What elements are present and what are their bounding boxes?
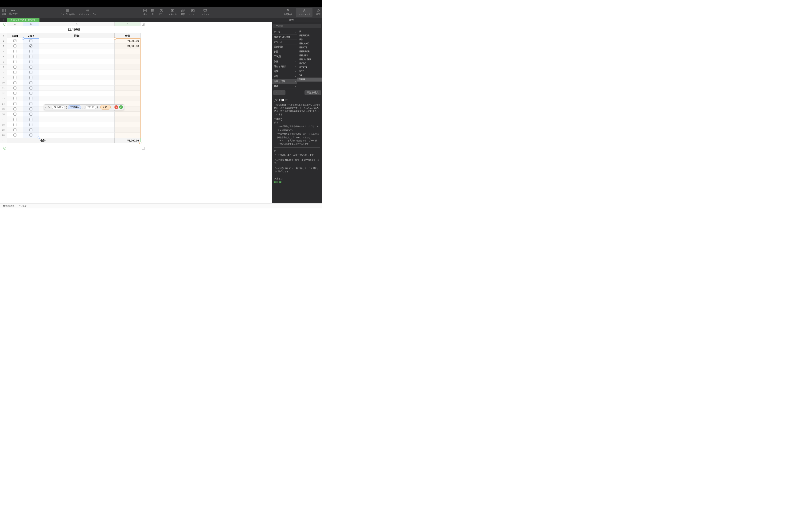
cell-cash[interactable] <box>23 54 39 59</box>
function-item[interactable]: OR <box>297 74 323 77</box>
function-item[interactable]: ISDATE <box>297 46 323 49</box>
cell-card[interactable] <box>7 127 23 133</box>
cell-detail[interactable] <box>39 59 114 64</box>
formula-accept-button[interactable]: ✓ <box>119 105 123 109</box>
checkbox[interactable] <box>29 87 32 90</box>
category-item[interactable]: 最近使った項目▸ <box>272 34 297 40</box>
cell-detail[interactable] <box>39 54 114 59</box>
cell-detail[interactable] <box>39 127 114 133</box>
cell-cash[interactable] <box>23 117 39 122</box>
category-item[interactable]: 財務▸ <box>272 84 297 89</box>
checkbox[interactable] <box>13 50 16 53</box>
checkbox[interactable] <box>29 112 32 116</box>
cell-cash[interactable] <box>23 91 39 96</box>
doc-related-link[interactable]: FALSE <box>274 181 320 184</box>
cell-card[interactable] <box>7 44 23 49</box>
checkbox[interactable] <box>29 92 32 95</box>
function-item[interactable]: ISNUMBER <box>297 58 323 62</box>
cell-cash[interactable] <box>23 80 39 85</box>
function-item[interactable]: ISTEXT <box>297 65 323 70</box>
checkbox[interactable] <box>29 128 32 131</box>
cell-amount[interactable] <box>114 54 140 59</box>
row-header-18[interactable]: 18 <box>0 122 7 127</box>
function-item[interactable]: ISODD <box>297 62 323 65</box>
checkbox[interactable] <box>29 39 32 42</box>
cell-amount[interactable] <box>114 96 140 101</box>
media-button[interactable]: メディア <box>189 9 197 16</box>
row-header-20[interactable]: 20 <box>0 133 7 138</box>
cell-cash[interactable] <box>23 49 39 54</box>
category-item[interactable]: 数値▸ <box>272 59 297 64</box>
checkbox[interactable] <box>13 107 16 110</box>
nav-back-button[interactable]: 〈 <box>273 90 279 95</box>
cell-amount[interactable] <box>114 117 140 122</box>
cell-card[interactable] <box>7 64 23 70</box>
cell-detail[interactable] <box>39 96 114 101</box>
checkbox[interactable] <box>29 65 32 69</box>
header-card[interactable]: Card <box>7 33 23 38</box>
chart-button[interactable]: グラフ <box>158 9 165 16</box>
checkbox[interactable] <box>13 76 16 79</box>
cell-amount[interactable] <box>114 64 140 70</box>
checkbox[interactable] <box>13 60 16 63</box>
cell-card[interactable] <box>7 133 23 138</box>
col-header-D[interactable]: D <box>114 22 140 26</box>
cell-cash[interactable] <box>23 106 39 111</box>
category-item[interactable]: 工学用▸ <box>272 54 297 59</box>
cell-card[interactable] <box>7 38 23 44</box>
function-item[interactable]: TRUE <box>297 77 323 81</box>
checkbox[interactable] <box>13 44 16 47</box>
checkbox[interactable] <box>29 134 32 137</box>
pivot-button[interactable]: ピボットテーブル <box>79 9 96 16</box>
row-header-7[interactable]: 7 <box>0 65 7 70</box>
cell-card[interactable] <box>7 80 23 85</box>
function-item[interactable]: IFS <box>297 38 323 42</box>
cell-amount[interactable] <box>114 111 140 117</box>
text-button[interactable]: Tテキスト <box>168 9 177 16</box>
function-item[interactable]: NOT <box>297 70 323 74</box>
cell-detail[interactable] <box>39 38 114 44</box>
cell-card[interactable] <box>7 101 23 106</box>
checkbox[interactable] <box>29 60 32 63</box>
checkbox[interactable] <box>29 123 32 126</box>
sheet-tab[interactable]: チェックリスト（合計） <box>7 18 40 22</box>
footer-total[interactable]: ¥1,000.00 <box>114 138 140 143</box>
category-item[interactable]: 期間▸ <box>272 69 297 74</box>
cell-cash[interactable] <box>23 101 39 106</box>
category-item[interactable]: 参照▸ <box>272 49 297 54</box>
cell-card[interactable] <box>7 106 23 111</box>
checkbox[interactable] <box>13 92 16 95</box>
footer-cell[interactable] <box>23 138 39 143</box>
cell-detail[interactable] <box>39 44 114 49</box>
cell-amount[interactable] <box>114 133 140 138</box>
cell-amount[interactable] <box>114 49 140 54</box>
cell-card[interactable] <box>7 91 23 96</box>
row-header-15[interactable]: 15 <box>0 106 7 111</box>
category-item[interactable]: テキスト▸ <box>272 40 297 44</box>
col-header-C[interactable]: C <box>39 22 114 26</box>
row-header-6[interactable]: 6 <box>0 59 7 64</box>
row-header-1[interactable]: 1 <box>0 33 7 38</box>
cell-amount[interactable] <box>114 70 140 75</box>
sidebar-toggle[interactable]: 表示 <box>2 9 6 16</box>
row-header-2[interactable]: 2 <box>0 38 7 44</box>
cell-amount[interactable] <box>114 59 140 64</box>
checkbox[interactable] <box>13 128 16 131</box>
cell-card[interactable] <box>7 75 23 80</box>
insert-function-button[interactable]: 関数を挿入 <box>305 90 321 95</box>
footer-cell[interactable] <box>7 138 23 143</box>
checkbox[interactable] <box>13 112 16 116</box>
table-title[interactable]: 12月経費 <box>7 26 140 33</box>
cell-card[interactable] <box>7 96 23 101</box>
resize-table-handle[interactable] <box>142 147 145 150</box>
cell-amount[interactable] <box>114 75 140 80</box>
cell-detail[interactable] <box>39 117 114 122</box>
cell-cash[interactable] <box>23 127 39 133</box>
cell-amount[interactable] <box>114 86 140 91</box>
checkbox[interactable] <box>13 102 16 105</box>
row-header-4[interactable]: 4 <box>0 49 7 54</box>
add-column-handle[interactable]: ‖ <box>142 23 145 26</box>
checkbox[interactable] <box>13 65 16 69</box>
checkbox[interactable] <box>13 123 16 126</box>
category-item[interactable]: 日付と時刻▸ <box>272 64 297 69</box>
